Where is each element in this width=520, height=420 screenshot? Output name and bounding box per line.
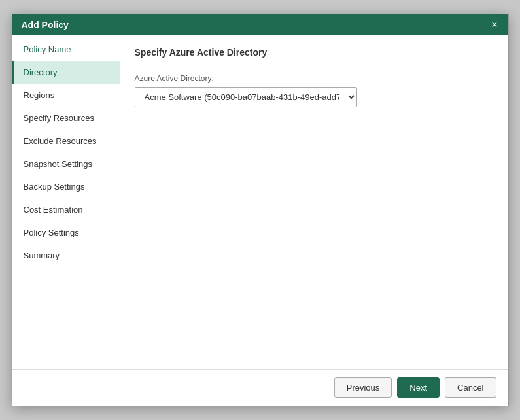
azure-directory-dropdown[interactable]: Acme Software (50c090-ba07baab-431b-49ed…	[135, 87, 357, 107]
close-button[interactable]: ×	[490, 20, 498, 30]
modal-footer: Previous Next Cancel	[12, 369, 508, 406]
next-button[interactable]: Next	[397, 377, 440, 398]
modal-body: Policy NameDirectoryRegionsSpecify Resou…	[12, 35, 508, 369]
cancel-button[interactable]: Cancel	[445, 377, 496, 398]
modal-title: Add Policy	[22, 20, 69, 30]
sidebar-item-regions[interactable]: Regions	[12, 84, 120, 107]
section-title: Specify Azure Active Directory	[135, 47, 494, 63]
previous-button[interactable]: Previous	[334, 377, 392, 398]
sidebar-item-directory[interactable]: Directory	[12, 61, 120, 84]
sidebar: Policy NameDirectoryRegionsSpecify Resou…	[12, 35, 120, 369]
sidebar-item-snapshot-settings[interactable]: Snapshot Settings	[12, 152, 120, 175]
modal-dialog: Add Policy × Policy NameDirectoryRegions…	[12, 14, 509, 406]
sidebar-item-policy-settings[interactable]: Policy Settings	[12, 221, 120, 244]
sidebar-item-backup-settings[interactable]: Backup Settings	[12, 175, 120, 198]
sidebar-item-exclude-resources[interactable]: Exclude Resources	[12, 130, 120, 152]
sidebar-item-policy-name[interactable]: Policy Name	[12, 38, 120, 61]
sidebar-item-cost-estimation[interactable]: Cost Estimation	[12, 198, 120, 221]
sidebar-item-specify-resources[interactable]: Specify Resources	[12, 107, 120, 130]
field-label: Azure Active Directory:	[135, 74, 494, 83]
content-area: Specify Azure Active Directory Azure Act…	[120, 35, 508, 369]
sidebar-item-summary[interactable]: Summary	[12, 244, 120, 267]
modal-header: Add Policy ×	[12, 14, 508, 35]
